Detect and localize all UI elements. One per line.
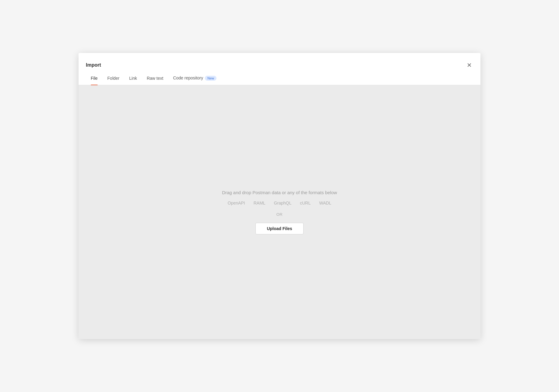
import-modal: Import ✕ File Folder Link Raw text Code … (79, 53, 480, 339)
drop-hint-text: Drag and drop Postman data or any of the… (222, 190, 337, 195)
modal-header: Import ✕ (79, 53, 480, 71)
tab-raw-text[interactable]: Raw text (142, 72, 168, 85)
format-graphql: GraphQL (274, 201, 292, 205)
formats-list: OpenAPI RAML GraphQL cURL WADL (228, 201, 331, 205)
or-divider: OR (276, 212, 283, 217)
format-openapi: OpenAPI (228, 201, 245, 205)
upload-files-button[interactable]: Upload Files (255, 223, 303, 234)
close-button[interactable]: ✕ (466, 61, 473, 69)
new-badge: New (205, 76, 216, 81)
format-wadl: WADL (319, 201, 331, 205)
drop-zone[interactable]: Drag and drop Postman data or any of the… (79, 85, 480, 339)
tab-bar: File Folder Link Raw text Code repositor… (79, 71, 480, 85)
modal-title: Import (86, 62, 101, 68)
tab-link[interactable]: Link (124, 72, 142, 85)
tab-folder[interactable]: Folder (103, 72, 125, 85)
format-raml: RAML (254, 201, 265, 205)
tab-code-repository[interactable]: Code repositoryNew (168, 71, 221, 85)
tab-file[interactable]: File (86, 72, 103, 85)
format-curl: cURL (300, 201, 311, 205)
